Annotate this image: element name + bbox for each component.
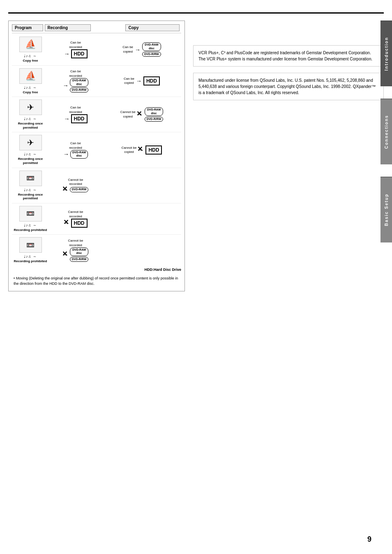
header-recording: Recording	[45, 24, 91, 31]
record-text-7: Cannot berecorded	[68, 239, 83, 247]
prog-cell-1: ⛵ ♩♪♫ ～ Copy free	[12, 37, 49, 63]
table-row: ✈ ♩♪♫ ～ Recording oncepermitted Can bere…	[12, 99, 181, 132]
record-cell-2: Can berecorded → DVD-RAMdisc DVD-R/RW	[49, 69, 102, 92]
prog-cell-3: ✈ ♩♪♫ ～ Recording oncepermitted	[12, 99, 49, 129]
dvd-ram-3: DVD-RAMdisc	[145, 107, 164, 116]
hdd-hard-disc-label: HDD:Hard Disc Drive	[12, 268, 181, 272]
record-cell-6: Cannot berecorded → ✕ HDD	[49, 210, 102, 228]
prog-icon-cassette3: 📼	[19, 237, 42, 253]
record-cell-5: Cannot berecorded → ✕ DVD-R/RW	[49, 178, 102, 193]
record-cell-7: Cannot berecorded → ✕ DVD-RAMdisc DVD-R/…	[49, 239, 102, 262]
record-text-3: Can berecorded	[69, 106, 82, 114]
dvd-stack-7: DVD-RAMdisc DVD-R/RW	[70, 247, 89, 262]
dvd-stack-3: DVD-RAMdisc DVD-R/RW	[145, 107, 164, 122]
record-flow-3: → HDD	[64, 114, 88, 123]
record-flow-7: → ✕ DVD-RAMdisc DVD-R/RW	[63, 247, 89, 262]
header-copy: Copy	[125, 24, 180, 31]
top-border	[8, 12, 384, 14]
record-flow-5: → ✕ DVD-R/RW	[63, 187, 89, 193]
arrow-4: →	[63, 151, 69, 157]
music-notes-1: ♩♪♫ ～	[24, 53, 37, 59]
info-text-vcr: VCR Plus+, C³ and PlusCode are registere…	[198, 51, 372, 61]
diagram-box: Program Recording Copy ⛵ ♩♪♫ ～ Copy free…	[8, 21, 185, 291]
hdd-dest-2: HDD	[143, 76, 160, 85]
music-notes-6: ♩♪♫ ～	[24, 223, 37, 228]
copy-cell-2: Can becopied → HDD	[102, 76, 181, 85]
prog-cell-2: ⛵ ♩♪♫ ～ Copy free	[12, 68, 49, 95]
prog-icon-plane2: ✈	[19, 135, 42, 150]
table-row: ✈ ♩♪♫ ～ Recording oncepermitted Can bere…	[12, 135, 181, 168]
copy-cell-4: Cannot becopied → ✕ HDD	[102, 145, 181, 155]
record-flow-2: → DVD-RAMdisc DVD-R/RW	[63, 78, 89, 92]
copy-text-3: Cannot becopied	[120, 110, 136, 119]
table-row: ⛵ ♩♪♫ ～ Copy free Can berecorded → HDD C…	[12, 37, 181, 66]
dvd-rw-rec-2: DVD-R/RW	[70, 88, 89, 92]
music-notes-4: ♩♪♫ ～	[24, 152, 37, 157]
prog-label-3: Recording oncepermitted	[18, 122, 43, 129]
prog-cell-5: 📼 ♩♪♫ ～ Recording oncepermitted	[12, 171, 49, 201]
prog-label-1: Copy free	[23, 59, 38, 63]
record-flow-4: → DVD-RAMdisc	[63, 150, 88, 159]
prog-label-5: Recording oncepermitted	[18, 193, 43, 201]
main-content: Program Recording Copy ⛵ ♩♪♫ ～ Copy free…	[8, 21, 384, 546]
dvd-ram-4: DVD-RAMdisc	[70, 150, 88, 159]
prog-label-4: Recording oncepermitted	[18, 157, 43, 165]
music-notes-7: ♩♪♫ ～	[24, 254, 37, 259]
copy-text-4: Cannot becopied	[122, 146, 137, 155]
dvd-stack-1: DVD-RAMdisc DVD-R/RW	[142, 42, 161, 57]
hdd-dest-6: HDD	[71, 219, 88, 228]
sidebar-tab-connections[interactable]: Connections	[380, 99, 392, 164]
record-text-2: Can berecorded	[69, 69, 82, 78]
prog-label-6: Recording prohibited	[14, 228, 47, 232]
table-row: 📼 ♩♪♫ ～ Recording prohibited Cannot bere…	[12, 237, 181, 266]
table-row: ⛵ ♩♪♫ ～ Copy free Can berecorded → DVD-R…	[12, 68, 181, 97]
sidebar-tab-basic-setup[interactable]: Basic Setup	[380, 177, 392, 242]
table-row: 📼 ♩♪♫ ～ Recording oncepermitted Cannot b…	[12, 171, 181, 203]
info-box-vcr-plus: VCR Plus+, C³ and PlusCode are registere…	[193, 45, 384, 67]
record-flow-6: → ✕ HDD	[64, 219, 88, 228]
dvd-ram-7: DVD-RAMdisc	[70, 247, 89, 256]
prog-cell-7: 📼 ♩♪♫ ～ Recording prohibited	[12, 237, 49, 263]
prog-icon-cassette: 📼	[19, 171, 42, 186]
arrow-2: →	[63, 82, 69, 89]
dvd-rw-7: DVD-R/RW	[70, 257, 89, 262]
copy-text-1: Can becopied	[122, 45, 133, 54]
dvd-rw-1: DVD-R/RW	[142, 52, 161, 57]
arrow-1: →	[64, 51, 70, 57]
record-text-1: Can berecorded	[69, 41, 82, 49]
dvd-ram-1: DVD-RAMdisc	[142, 42, 161, 51]
hdd-dest-3: HDD	[71, 114, 88, 123]
right-section: VCR Plus+, C³ and PlusCode are registere…	[193, 21, 384, 546]
sidebar-tab-introduction[interactable]: Introduction	[380, 21, 392, 86]
record-cell-4: Can berecorded → DVD-RAMdisc	[49, 141, 102, 159]
left-section: Program Recording Copy ⛵ ♩♪♫ ～ Copy free…	[8, 21, 185, 546]
page-number: 9	[367, 535, 371, 544]
music-notes-3: ♩♪♫ ～	[24, 116, 37, 122]
prog-icon-ship2: ⛵	[19, 68, 42, 84]
info-text-qsound: Manufactured under license from QSound L…	[198, 78, 376, 95]
copy-cell-3: Cannot becopied → ✕ DVD-RAMdisc DVD-R/RW	[102, 107, 181, 122]
prog-label-7: Recording prohibited	[14, 259, 47, 263]
table-row: 📼 ♩♪♫ ～ Recording prohibited Cannot bere…	[12, 206, 181, 235]
info-box-qsound: Manufactured under license from QSound L…	[193, 73, 384, 100]
prog-cell-6: 📼 ♩♪♫ ～ Recording prohibited	[12, 206, 49, 232]
prog-icon-ship: ⛵	[19, 37, 42, 52]
dvd-stack-rec-2: DVD-RAMdisc DVD-R/RW	[70, 78, 89, 92]
music-notes-5: ♩♪♫ ～	[24, 187, 37, 193]
dvd-rw-3: DVD-R/RW	[145, 117, 164, 122]
copy-cell-1: Can becopied → DVD-RAMdisc DVD-R/RW	[102, 42, 181, 57]
record-cell-3: Can berecorded → HDD	[49, 106, 102, 123]
dvd-rw-5: DVD-R/RW	[70, 187, 89, 192]
record-text-4: Can berecorded	[69, 141, 82, 150]
dvd-ram-rec-2: DVD-RAMdisc	[70, 78, 89, 87]
record-text-6: Cannot berecorded	[68, 210, 83, 219]
copy-arrow-2: →	[136, 78, 142, 84]
copy-text-2: Can becopied	[124, 77, 134, 85]
record-text-5: Cannot berecorded	[68, 178, 83, 187]
record-flow-1: → HDD	[64, 49, 88, 58]
hdd-dest-1: HDD	[71, 49, 88, 58]
copy-arrow-1: →	[135, 46, 141, 53]
music-notes-2: ♩♪♫ ～	[24, 85, 37, 90]
footer-note: • Moving (Deleting the original one afte…	[12, 274, 181, 288]
right-sidebar: Introduction Connections Basic Setup	[380, 21, 392, 349]
